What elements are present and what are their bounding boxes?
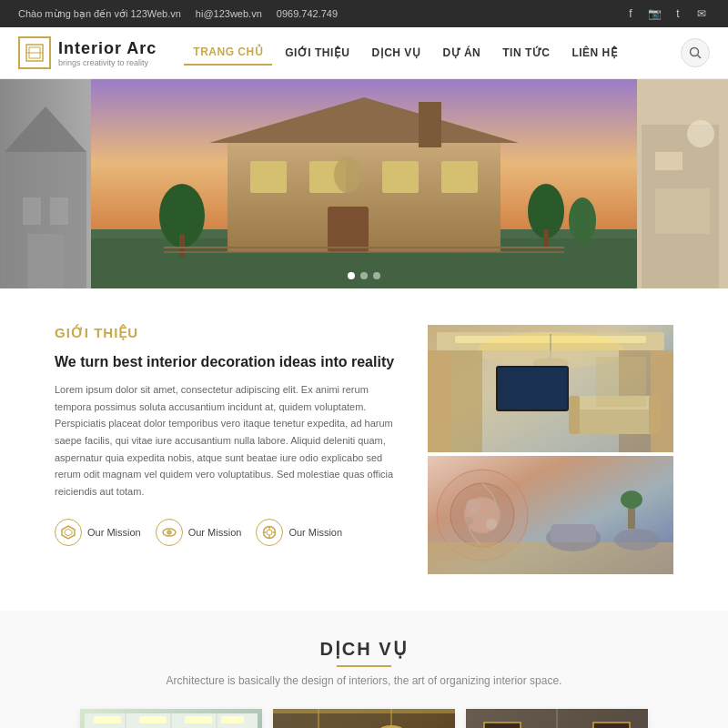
- svg-rect-20: [328, 207, 369, 252]
- svg-rect-83: [185, 716, 212, 723]
- about-body: Lorem ipsum dolor sit amet, consectetur …: [55, 381, 400, 500]
- svg-point-26: [569, 197, 596, 243]
- mission-1: Our Mission: [55, 519, 141, 546]
- mission-label-1: Our Mission: [87, 527, 141, 538]
- svg-marker-34: [62, 526, 75, 539]
- service-card-hospital[interactable]: Hospital Interior Lorem ipsum dolor sit …: [80, 709, 262, 728]
- email-icon[interactable]: ✉: [693, 5, 710, 22]
- service-img-restaurant: [273, 709, 455, 728]
- hero-slider: [0, 79, 728, 288]
- svg-rect-19: [441, 161, 478, 193]
- svg-point-75: [621, 490, 642, 509]
- svg-rect-58: [569, 396, 580, 434]
- svg-rect-62: [596, 357, 646, 407]
- about-right: [428, 325, 673, 574]
- svg-line-4: [698, 56, 702, 59]
- hero-dots: [348, 272, 380, 279]
- services-title: DỊCH VỤ: [36, 638, 692, 667]
- nav-projects[interactable]: DỰ ÁN: [433, 41, 490, 65]
- nav-about[interactable]: GIỚI THIỆU: [276, 41, 359, 65]
- svg-point-40: [267, 530, 272, 535]
- svg-point-21: [334, 157, 361, 193]
- mission-3: Our Mission: [256, 519, 342, 546]
- service-card-restaurant[interactable]: Restaurant Interior Lorem ipsum dolor si…: [273, 709, 455, 728]
- svg-rect-81: [94, 716, 121, 723]
- svg-rect-60: [428, 350, 450, 452]
- hero-side-left: [0, 79, 91, 288]
- svg-rect-72: [551, 524, 596, 542]
- mission-icon-3: [256, 519, 283, 546]
- top-bar: Chào mừng bạn đến với 123Web.vn hi@123we…: [0, 0, 728, 27]
- nav-home[interactable]: TRANG CHỦ: [184, 40, 272, 66]
- email-text: hi@123web.vn: [196, 8, 262, 19]
- about-title: We turn best interior decoration ideas i…: [55, 354, 400, 370]
- phone-text: 0969.742.749: [277, 8, 338, 19]
- welcome-text: Chào mừng bạn đến với 123Web.vn: [18, 8, 181, 20]
- hero-dot-2[interactable]: [360, 272, 368, 279]
- svg-point-69: [464, 517, 473, 526]
- svg-point-67: [466, 499, 480, 513]
- svg-rect-31: [655, 152, 682, 170]
- svg-rect-15: [419, 102, 441, 147]
- search-button[interactable]: [681, 38, 710, 67]
- main-nav: TRANG CHỦ GIỚI THIỆU DỊCH VỤ DỰ ÁN TIN T…: [184, 40, 653, 66]
- instagram-icon[interactable]: 📷: [646, 5, 662, 22]
- svg-rect-8: [50, 197, 68, 225]
- svg-rect-9: [27, 234, 64, 288]
- top-bar-social: f 📷 t ✉: [622, 5, 710, 22]
- svg-rect-121: [484, 723, 521, 728]
- svg-point-73: [614, 529, 660, 551]
- services-section: DỊCH VỤ Architecture is basically the de…: [0, 611, 728, 728]
- mission-label-3: Our Mission: [288, 527, 342, 538]
- svg-rect-7: [23, 197, 41, 225]
- svg-marker-35: [65, 529, 72, 536]
- facebook-icon[interactable]: f: [622, 5, 639, 22]
- svg-rect-122: [593, 723, 630, 728]
- hero-dot-1[interactable]: [348, 272, 355, 279]
- services-grid: Hospital Interior Lorem ipsum dolor sit …: [36, 709, 692, 728]
- service-img-hospital: [80, 709, 262, 728]
- svg-rect-82: [139, 716, 167, 723]
- twitter-icon[interactable]: t: [670, 5, 686, 22]
- svg-point-68: [486, 519, 497, 530]
- svg-rect-55: [498, 368, 567, 410]
- nav-news[interactable]: TIN TỨC: [493, 41, 559, 65]
- header: Interior Arc brings creativity to realit…: [0, 27, 728, 79]
- svg-rect-32: [655, 188, 710, 234]
- svg-rect-107: [273, 709, 455, 713]
- svg-rect-61: [651, 350, 673, 452]
- svg-point-38: [168, 531, 170, 533]
- about-tag: GIỚI THIỆU: [55, 325, 400, 341]
- nav-contact[interactable]: LIÊN HỆ: [562, 41, 627, 65]
- svg-rect-18: [382, 161, 419, 193]
- logo-subtitle: brings creativity to reality: [58, 58, 157, 67]
- svg-rect-84: [221, 716, 244, 723]
- svg-rect-25: [543, 229, 549, 248]
- hero-side-right: [637, 79, 728, 288]
- logo-icon: [18, 36, 51, 69]
- missions: Our Mission Our Mission: [55, 519, 400, 546]
- svg-marker-6: [5, 106, 86, 152]
- about-section: GIỚI THIỆU We turn best interior decorat…: [0, 288, 728, 611]
- service-card-apartments[interactable]: Apartments Interior Lorem ipsum dolor si…: [466, 709, 648, 728]
- logo-title: Interior Arc: [58, 39, 157, 58]
- logo: Interior Arc brings creativity to realit…: [18, 36, 157, 69]
- services-subtitle: Architecture is basically the design of …: [36, 674, 692, 687]
- service-img-apartments: [466, 709, 648, 728]
- mission-icon-1: [55, 519, 82, 546]
- hero-main: [91, 79, 637, 288]
- svg-rect-23: [179, 234, 185, 257]
- top-bar-left: Chào mừng bạn đến với 123Web.vn hi@123we…: [18, 8, 338, 20]
- mission-2: Our Mission: [156, 519, 242, 546]
- logo-text: Interior Arc brings creativity to realit…: [58, 39, 157, 67]
- about-left: GIỚI THIỆU We turn best interior decorat…: [55, 325, 400, 546]
- hero-dot-3[interactable]: [373, 272, 380, 279]
- svg-rect-16: [250, 161, 287, 193]
- svg-point-3: [691, 48, 699, 56]
- about-image-bottom: [428, 456, 673, 574]
- nav-services[interactable]: DỊCH VỤ: [363, 41, 430, 65]
- mission-icon-2: [156, 519, 183, 546]
- svg-point-33: [687, 120, 714, 147]
- about-image-top: [428, 325, 673, 452]
- mission-label-2: Our Mission: [188, 527, 242, 538]
